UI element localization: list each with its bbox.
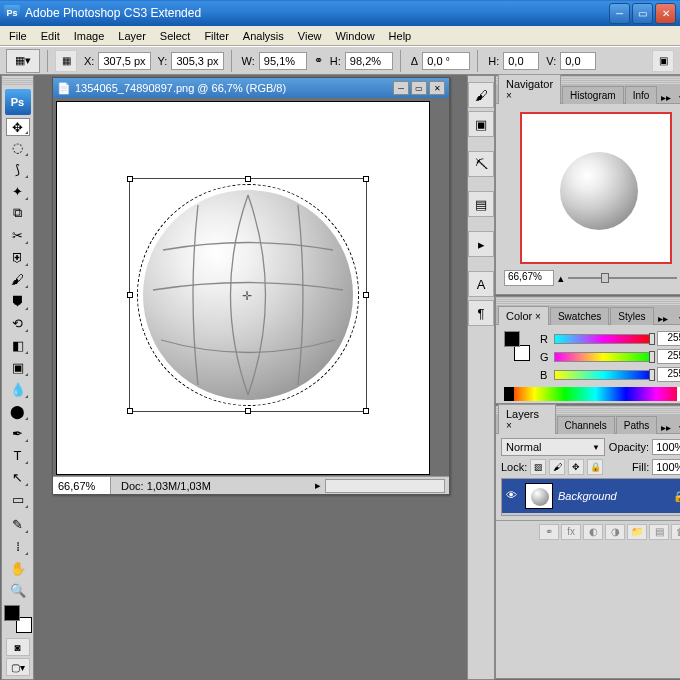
lasso-tool[interactable]: ⟆ [6, 158, 30, 180]
screenmode-button[interactable]: ▢▾ [6, 658, 30, 676]
gradient-tool[interactable]: ▣ [6, 356, 30, 378]
adjustment-layer-button[interactable]: ◑ [605, 524, 625, 540]
blur-tool[interactable]: 💧 [6, 378, 30, 400]
b-slider[interactable] [554, 370, 653, 380]
tool-preset-button[interactable]: ▦▾ [6, 49, 40, 73]
doc-minimize-button[interactable]: ─ [393, 81, 409, 95]
lock-image-button[interactable]: 🖌 [549, 459, 565, 475]
fill-field[interactable]: 100%▸ [652, 459, 680, 475]
blend-mode-select[interactable]: Normal▼ [501, 438, 605, 456]
workspace-button[interactable]: ▣ [652, 50, 674, 72]
transform-handle-tl[interactable] [127, 176, 133, 182]
menu-analysis[interactable]: Analysis [236, 28, 291, 44]
slice-tool[interactable]: ✂ [6, 224, 30, 246]
link-icon[interactable]: ⚭ [314, 54, 323, 67]
tab-info[interactable]: Info [625, 86, 658, 104]
hand-tool[interactable]: ✋ [6, 557, 30, 579]
new-layer-button[interactable]: ▤ [649, 524, 669, 540]
layer-mask-button[interactable]: ◐ [583, 524, 603, 540]
menu-view[interactable]: View [291, 28, 329, 44]
doc-close-button[interactable]: ✕ [429, 81, 445, 95]
notes-tool[interactable]: ✎ [6, 513, 30, 535]
tab-color[interactable]: Color × [498, 306, 549, 325]
wand-tool[interactable]: ✦ [6, 180, 30, 202]
group-button[interactable]: 📁 [627, 524, 647, 540]
doc-maximize-button[interactable]: ▭ [411, 81, 427, 95]
transform-handle-bm[interactable] [245, 408, 251, 414]
shape-tool[interactable]: ▭ [6, 488, 30, 510]
angle-field[interactable]: 0,0 ° [422, 52, 470, 70]
crop-tool[interactable]: ⧉ [6, 202, 30, 224]
transform-handle-ml[interactable] [127, 292, 133, 298]
minimize-button[interactable]: ─ [609, 3, 630, 24]
dock-actions-icon[interactable]: ▸ [468, 231, 494, 257]
dock-paragraph-icon[interactable]: ¶ [468, 300, 494, 326]
pen-tool[interactable]: ✒ [6, 422, 30, 444]
panel-menu-icon[interactable]: ▾≡ [674, 313, 680, 324]
zoom-tool[interactable]: 🔍 [6, 579, 30, 601]
transform-box[interactable]: ✛ [129, 178, 367, 412]
menu-window[interactable]: Window [328, 28, 381, 44]
tab-paths[interactable]: Paths [616, 416, 658, 434]
dock-clone-icon[interactable]: ▣ [468, 111, 494, 137]
menu-layer[interactable]: Layer [111, 28, 153, 44]
h-field[interactable]: 98,2% [345, 52, 393, 70]
canvas[interactable]: ✛ [57, 102, 429, 474]
close-button[interactable]: ✕ [655, 3, 676, 24]
quickmask-button[interactable]: ◙ [6, 638, 30, 656]
color-grip[interactable] [496, 297, 680, 305]
zoom-field[interactable]: 66,67% [53, 477, 111, 494]
history-brush-tool[interactable]: ⟲ [6, 312, 30, 334]
layer-name[interactable]: Background [558, 490, 668, 502]
r-field[interactable]: 255 [657, 331, 680, 346]
menu-select[interactable]: Select [153, 28, 198, 44]
color-picker[interactable] [4, 605, 32, 633]
reference-point-button[interactable]: ▦ [55, 50, 77, 72]
menu-filter[interactable]: Filter [197, 28, 235, 44]
layer-thumbnail[interactable] [525, 483, 553, 509]
menu-help[interactable]: Help [382, 28, 419, 44]
eyedropper-tool[interactable]: ⁞ [6, 535, 30, 557]
hskew-field[interactable]: 0,0 [503, 52, 539, 70]
layer-style-button[interactable]: fx [561, 524, 581, 540]
toolbox-grip[interactable] [2, 78, 33, 86]
eraser-tool[interactable]: ◧ [6, 334, 30, 356]
vskew-field[interactable]: 0,0 [560, 52, 596, 70]
doc-info-arrow-icon[interactable]: ▸ [311, 479, 325, 492]
maximize-button[interactable]: ▭ [632, 3, 653, 24]
dock-character-icon[interactable]: A [468, 271, 494, 297]
tab-navigator[interactable]: Navigator × [498, 74, 561, 104]
navigator-thumbnail[interactable] [520, 112, 672, 264]
path-tool[interactable]: ↖ [6, 466, 30, 488]
r-slider[interactable] [554, 334, 653, 344]
transform-handle-br[interactable] [363, 408, 369, 414]
marquee-tool[interactable]: ◌ [6, 136, 30, 158]
zoom-out-icon[interactable]: ▴ [558, 272, 564, 285]
visibility-icon[interactable]: 👁 [506, 489, 520, 503]
transform-handle-tm[interactable] [245, 176, 251, 182]
stamp-tool[interactable]: ⛊ [6, 290, 30, 312]
dock-brushes-icon[interactable]: 🖌 [468, 82, 494, 108]
type-tool[interactable]: T [6, 444, 30, 466]
menu-file[interactable]: File [2, 28, 34, 44]
panel-collapse-icon[interactable]: ▸▸ [655, 313, 671, 324]
x-field[interactable]: 307,5 px [98, 52, 150, 70]
panel-menu-icon[interactable]: ▾≡ [674, 92, 680, 103]
tab-layers[interactable]: Layers × [498, 404, 556, 434]
panel-collapse-icon[interactable]: ▸▸ [658, 92, 674, 103]
transform-handle-tr[interactable] [363, 176, 369, 182]
panel-collapse-icon[interactable]: ▸▸ [658, 422, 674, 433]
color-ramp[interactable] [504, 387, 680, 401]
color-swatch[interactable] [504, 331, 530, 361]
y-field[interactable]: 305,3 px [171, 52, 223, 70]
document-titlebar[interactable]: 📄 1354065_74890897.png @ 66,7% (RGB/8) ─… [53, 78, 449, 98]
doc-info[interactable]: Doc: 1,03M/1,03M [111, 480, 311, 492]
dodge-tool[interactable]: ⬤ [6, 400, 30, 422]
navigator-zoom-slider[interactable] [568, 273, 677, 283]
move-tool[interactable]: ✥ [6, 118, 30, 136]
navigator-zoom-field[interactable]: 66,67% [504, 270, 554, 286]
transform-handle-mr[interactable] [363, 292, 369, 298]
canvas-area[interactable]: ✛ [53, 98, 449, 476]
lock-all-button[interactable]: 🔒 [587, 459, 603, 475]
brush-tool[interactable]: 🖌 [6, 268, 30, 290]
